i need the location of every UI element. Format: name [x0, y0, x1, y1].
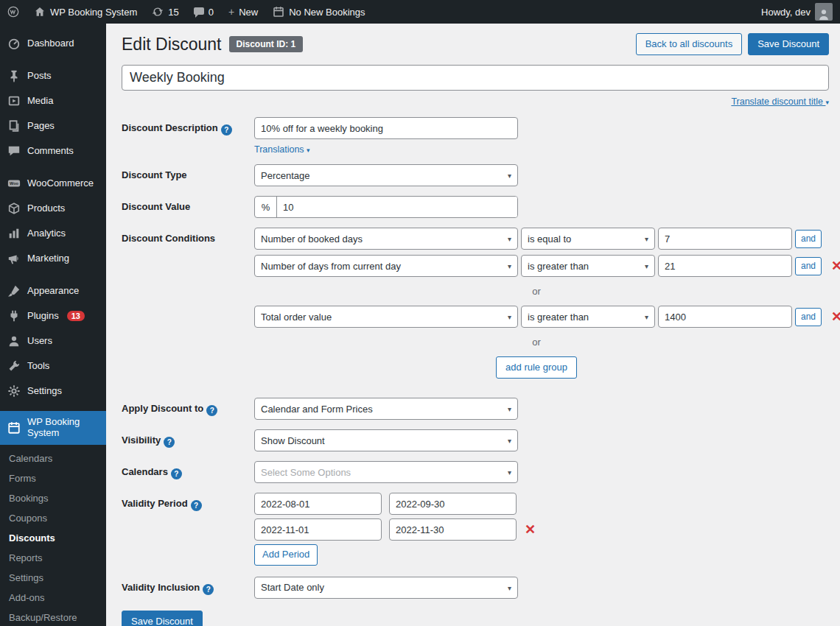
products-icon [7, 202, 21, 215]
validity-inclusion-select[interactable]: Start Date only [254, 577, 518, 599]
translate-title-link[interactable]: Translate discount title ▾ [731, 96, 829, 107]
discount-title-input[interactable] [122, 65, 829, 91]
sidebar-item-marketing[interactable]: Marketing [0, 246, 106, 271]
bookings-status-menu[interactable]: No New Bookings [265, 0, 372, 24]
sidebar-item-pages[interactable]: Pages [0, 113, 106, 138]
sidebar: Dashboard Posts Media Pages Comments Woo… [0, 24, 106, 626]
condition-operator-select[interactable]: is greater than [521, 306, 655, 328]
submenu-item-forms[interactable]: Forms [0, 468, 106, 488]
discount-type-select[interactable]: Percentage [254, 164, 518, 186]
sidebar-item-appearance[interactable]: Appearance [0, 278, 106, 303]
row-visibility: Visibility? Show Discount ▾ [122, 429, 829, 451]
remove-rule-icon[interactable]: ✕ [831, 310, 840, 323]
sidebar-item-wp-booking-system[interactable]: WP Booking System [0, 411, 106, 445]
condition-value-input[interactable] [658, 255, 792, 277]
period-start-input[interactable] [254, 518, 382, 541]
visibility-select[interactable]: Show Discount [254, 429, 518, 451]
condition-value-input[interactable] [658, 228, 792, 250]
period-end-input[interactable] [389, 493, 517, 515]
comments-indicator[interactable]: 0 [186, 0, 221, 24]
or-separator: or [254, 286, 819, 297]
visibility-label: Visibility? [122, 429, 254, 451]
help-icon[interactable]: ? [171, 468, 182, 479]
sidebar-item-plugins[interactable]: Plugins 13 [0, 303, 106, 328]
caret-down-icon: ▾ [307, 147, 310, 154]
submenu-item-discounts[interactable]: Discounts [0, 528, 106, 548]
gear-icon [7, 384, 21, 398]
or-separator: or [254, 337, 819, 348]
add-period-row: Add Period [254, 544, 536, 565]
woocommerce-icon: Woo [7, 177, 21, 190]
svg-text:Woo: Woo [10, 181, 19, 186]
edit-discount-page: Edit Discount Discount ID: 1 Back to all… [106, 24, 840, 626]
plus-icon: + [228, 7, 234, 17]
new-label: New [239, 7, 258, 18]
submenu-item-bookings[interactable]: Bookings [0, 488, 106, 508]
period-end-input[interactable] [389, 518, 517, 541]
condition-field-select[interactable]: Number of days from current day [254, 255, 518, 277]
discount-description-label: Discount Description? [122, 117, 254, 155]
help-icon[interactable]: ? [206, 405, 217, 416]
save-discount-button-top[interactable]: Save Discount [748, 33, 829, 55]
save-row: Save Discount [122, 611, 829, 626]
submenu-item-settings[interactable]: Settings [0, 568, 106, 588]
sidebar-item-products[interactable]: Products [0, 196, 106, 221]
sidebar-item-dashboard[interactable]: Dashboard [0, 31, 106, 56]
condition-value-input[interactable] [658, 306, 792, 328]
sidebar-item-analytics[interactable]: Analytics [0, 221, 106, 246]
condition-field-select[interactable]: Total order value [254, 306, 518, 328]
add-and-rule-button[interactable]: and [795, 257, 822, 275]
remove-period-icon[interactable]: ✕ [525, 523, 536, 536]
apply-discount-to-select[interactable]: Calendar and Form Prices [254, 398, 518, 420]
condition-operator-select[interactable]: is equal to [521, 228, 655, 250]
site-name-menu[interactable]: WP Booking System [27, 0, 144, 24]
calendar-icon [273, 6, 284, 18]
sidebar-item-media[interactable]: Media [0, 88, 106, 113]
help-icon[interactable]: ? [203, 584, 214, 595]
megaphone-icon [7, 252, 21, 265]
add-and-rule-button[interactable]: and [795, 308, 822, 326]
validity-inclusion-label: Validity Inclusion? [122, 577, 254, 599]
back-to-discounts-button[interactable]: Back to all discounts [636, 33, 743, 55]
wordpress-logo-icon[interactable] [0, 0, 27, 24]
submenu-item-calendars[interactable]: Calendars [0, 449, 106, 468]
analytics-icon [7, 227, 21, 240]
add-and-rule-button[interactable]: and [795, 230, 822, 248]
save-discount-button-bottom[interactable]: Save Discount [122, 611, 203, 626]
new-content-menu[interactable]: + New [221, 0, 265, 24]
bookings-status-label: No New Bookings [289, 7, 365, 18]
submenu-item-coupons[interactable]: Coupons [0, 508, 106, 528]
condition-field-select[interactable]: Number of booked days [254, 228, 518, 250]
account-menu[interactable]: Howdy, dev [754, 0, 840, 24]
period-start-input[interactable] [254, 493, 382, 515]
calendar-icon [7, 421, 21, 435]
sidebar-item-comments[interactable]: Comments [0, 138, 106, 163]
sidebar-item-tools[interactable]: Tools [0, 354, 106, 379]
updates-indicator[interactable]: 15 [144, 0, 186, 24]
condition-operator-select[interactable]: is greater than [521, 255, 655, 277]
submenu-item-reports[interactable]: Reports [0, 548, 106, 568]
calendars-select[interactable]: Select Some Options [254, 461, 518, 483]
submenu-item-backup-restore[interactable]: Backup/Restore [0, 608, 106, 626]
add-rule-group-button[interactable]: add rule group [496, 356, 577, 379]
submenu-item-addons[interactable]: Add-ons [0, 588, 106, 608]
discount-description-input[interactable] [254, 117, 518, 139]
row-discount-type: Discount Type Percentage ▾ [122, 164, 829, 186]
plugins-update-badge: 13 [67, 311, 85, 322]
discount-value-label: Discount Value [122, 196, 254, 218]
sidebar-item-users[interactable]: Users [0, 328, 106, 354]
sidebar-item-posts[interactable]: Posts [0, 63, 106, 88]
wp-booking-system-submenu: Calendars Forms Bookings Coupons Discoun… [0, 445, 106, 626]
help-icon[interactable]: ? [191, 500, 202, 511]
help-icon[interactable]: ? [221, 124, 232, 136]
add-period-button[interactable]: Add Period [254, 544, 318, 565]
pages-icon [7, 119, 21, 133]
translations-link[interactable]: Translations ▾ [254, 144, 310, 155]
remove-rule-icon[interactable]: ✕ [831, 259, 840, 272]
discount-conditions-label: Discount Conditions [122, 228, 254, 379]
sidebar-item-settings[interactable]: Settings [0, 379, 106, 404]
help-icon[interactable]: ? [164, 437, 175, 448]
pushpin-icon [7, 69, 21, 82]
discount-value-input[interactable] [277, 197, 517, 217]
sidebar-item-woocommerce[interactable]: Woo WooCommerce [0, 171, 106, 196]
